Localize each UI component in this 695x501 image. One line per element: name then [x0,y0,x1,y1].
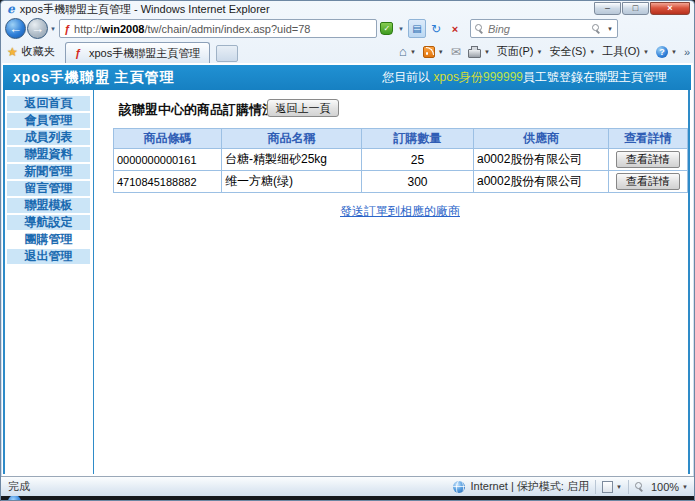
column-header: 訂購數量 [362,129,474,149]
search-dropdown-icon[interactable]: ▼ [607,26,613,32]
cell-product-name: 台糖-精製细砂25kg [222,149,362,171]
sidebar-item-7[interactable]: 聯盟模板 [7,198,90,213]
back-page-button[interactable]: 返回上一頁 [267,99,339,117]
print-button[interactable]: ▼ [468,46,490,58]
sidebar-item-1[interactable]: 返回首頁 [7,96,90,111]
print-dropdown-icon: ▼ [484,49,490,55]
search-icon [475,24,484,33]
read-mail-button[interactable]: ✉ [451,45,461,59]
sidebar-item-3[interactable]: 成員列表 [7,130,90,145]
zoom-control[interactable]: 100% ▼ [635,481,688,493]
tabs-row: ★ 收藏夹 ƒ xpos手機聯盟主頁管理 ⌂ ▼ ▼ ✉ ▼ 页面(P [1,40,694,63]
shield-dropdown-icon[interactable]: ▼ [398,26,404,32]
cell-action: 查看詳情 [609,171,688,193]
url-path: /tw/chain/admin/index.asp?uid=78 [144,23,310,35]
column-header: 查看詳情 [609,129,688,149]
column-header: 商品條碼 [114,129,222,149]
url-scheme: http:// [74,23,102,35]
forward-button[interactable]: → [27,18,48,39]
sidebar-item-10[interactable]: 退出管理 [7,249,90,264]
compatibility-zoom-button[interactable]: ▼ [602,481,622,493]
sidebar-item-8[interactable]: 導航設定 [7,215,90,230]
page-menu-dropdown-icon: ▼ [537,49,543,55]
feeds-icon [423,46,435,58]
sidebar-divider [93,90,94,474]
minimize-button[interactable]: – [594,2,621,15]
title-bar: e xpos手機聯盟主頁管理 - Windows Internet Explor… [1,1,694,17]
maximize-button[interactable]: □ [622,2,649,15]
login-identity: xpos身份 [434,70,483,84]
send-orders-link[interactable]: 發送訂單到相應的廠商 [113,203,687,220]
home-dropdown-icon: ▼ [410,49,416,55]
cell-supplier: a0002股份有限公司 [474,149,609,171]
mail-icon: ✉ [451,45,461,59]
table-row: 0000000000161台糖-精製细砂25kg25a0002股份有限公司查看詳… [114,149,688,171]
cell-supplier: a0002股份有限公司 [474,171,609,193]
compatibility-view-button[interactable]: ▤ [408,19,426,38]
back-button[interactable]: ← [5,18,26,39]
refresh-button[interactable]: ↻ [427,19,445,38]
ie-logo-icon: e [7,2,15,16]
help-menu[interactable]: ? ▼ [656,46,677,58]
search-go-icon [592,24,601,33]
stop-icon: × [452,23,458,35]
home-button[interactable]: ⌂ ▼ [399,44,416,59]
cell-product-code: 0000000000161 [114,149,222,171]
section-title: 該聯盟中心的商品訂購情況 [119,101,275,119]
sidebar-item-5[interactable]: 新聞管理 [7,164,90,179]
address-bar[interactable]: ƒ http://win2008/tw/chain/admin/index.as… [59,19,377,38]
smartscreen-button[interactable]: ✓ [378,19,396,38]
taskbar-sliver [1,496,694,500]
sidebar: 返回首頁會員管理成員列表聯盟資料新聞管理留言管理聯盟模板導航設定團購管理退出管理 [7,96,90,266]
command-bar: ⌂ ▼ ▼ ✉ ▼ 页面(P) ▼ 安全(S) ▼ [399,44,690,59]
site-favicon: ƒ [64,23,70,35]
page-menu[interactable]: 页面(P) ▼ [497,44,543,59]
help-icon: ? [656,46,668,58]
stop-button[interactable]: × [446,19,464,38]
zoom-page-icon [602,481,613,493]
page-header: xpos手機聯盟 主頁管理 您目前以 xpos身份999999員工號登錄在聯盟主… [3,65,691,90]
favorites-star-icon[interactable]: ★ [7,45,18,59]
sidebar-item-2[interactable]: 會員管理 [7,113,90,128]
tools-menu-dropdown-icon: ▼ [643,49,649,55]
zone-label: Internet | 保护模式: 启用 [471,479,589,494]
search-input[interactable] [488,23,588,35]
search-box[interactable]: ▼ [470,19,618,38]
view-detail-button[interactable]: 查看詳情 [616,173,680,190]
cell-order-quantity: 25 [362,149,474,171]
column-header: 商品名稱 [222,129,362,149]
history-dropdown-icon[interactable]: ▼ [50,26,56,32]
status-text: 完成 [1,479,30,494]
search-go-button[interactable]: ▼ [592,24,613,33]
printer-icon [468,49,481,58]
url-host: win2008 [102,23,145,35]
tab-xpos[interactable]: ƒ xpos手機聯盟主頁管理 [65,42,210,63]
new-tab-stub[interactable] [216,45,238,62]
tab-favicon: ƒ [75,47,81,59]
zoom-dropdown-icon: ▼ [682,484,688,490]
login-employee-id: 999999 [483,70,523,84]
orders-table-head-row: 商品條碼商品名稱訂購數量供應商查看詳情 [114,129,688,149]
sidebar-item-6[interactable]: 留言管理 [7,181,90,196]
refresh-icon: ↻ [431,22,441,36]
shield-icon: ✓ [380,22,393,35]
sidebar-item-4[interactable]: 聯盟資料 [7,147,90,162]
view-detail-button[interactable]: 查看詳情 [616,151,680,168]
status-separator [595,480,596,494]
tools-menu-label: 工具(O) [602,44,640,59]
more-commands-icon[interactable]: » [684,46,690,58]
close-button[interactable]: × [650,2,690,15]
tools-menu[interactable]: 工具(O) ▼ [602,44,649,59]
login-status-suffix: 員工號登錄在聯盟主頁管理 [523,70,667,84]
sidebar-item-9[interactable]: 團購管理 [7,232,90,247]
window-title: xpos手機聯盟主頁管理 - Windows Internet Explorer [20,2,270,17]
safety-menu[interactable]: 安全(S) ▼ [549,44,595,59]
page-menu-label: 页面(P) [497,44,534,59]
feeds-button[interactable]: ▼ [423,46,444,58]
cell-order-quantity: 300 [362,171,474,193]
cell-product-name: 维一方糖(绿) [222,171,362,193]
page-title: xpos手機聯盟 主頁管理 [13,69,175,87]
home-icon: ⌂ [399,44,407,59]
favorites-label[interactable]: 收藏夹 [22,44,55,59]
tab-title: xpos手機聯盟主頁管理 [89,46,200,61]
